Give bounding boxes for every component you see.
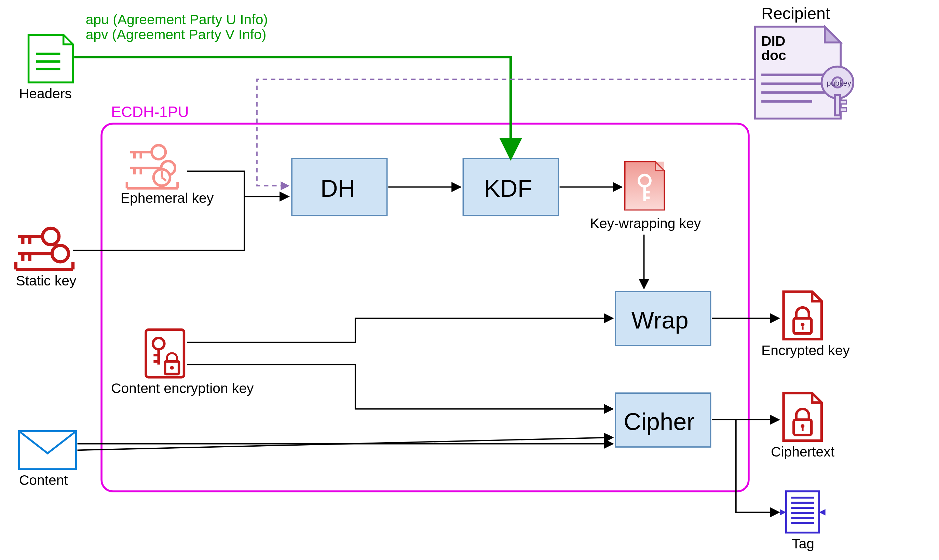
kwk-label: Key-wrapping key <box>590 215 701 231</box>
svg-point-29 <box>42 228 59 245</box>
encrypted-key-icon <box>783 292 822 339</box>
svg-text:pubkey: pubkey <box>826 79 851 88</box>
dh-label: DH <box>321 175 355 202</box>
tag-icon <box>780 491 826 533</box>
headers-label: Headers <box>19 86 72 102</box>
recipient-title: Recipient <box>761 4 830 23</box>
svg-text:DID: DID <box>761 33 785 49</box>
ciphertext-icon <box>783 393 822 440</box>
svg-point-41 <box>153 338 164 349</box>
static-key-icon <box>16 228 73 269</box>
svg-point-53 <box>800 323 804 326</box>
ephemeral-key-icon <box>127 145 178 188</box>
tag-label: Tag <box>792 536 814 551</box>
encrypted-key-label: Encrypted key <box>761 343 850 358</box>
wrap-label: Wrap <box>631 307 688 334</box>
svg-rect-11 <box>835 95 840 115</box>
static-key-label: Static key <box>16 273 77 289</box>
content-icon <box>19 431 76 469</box>
kwk-icon <box>625 162 664 210</box>
svg-point-33 <box>52 246 68 262</box>
apv-label: apv (Agreement Party V Info) <box>86 27 267 42</box>
svg-point-46 <box>170 366 174 369</box>
cipher-to-tag-arrow <box>736 420 779 512</box>
cek-icon <box>146 330 184 377</box>
ecdh-1pu-diagram: ECDH-1PU Headers apu (Agreement Party U … <box>0 0 939 560</box>
ciphertext-label: Ciphertext <box>771 444 835 460</box>
cek-label: Content encryption key <box>111 380 254 396</box>
svg-rect-13 <box>840 108 846 112</box>
cek-to-wrap-arrow <box>187 318 613 343</box>
svg-text:doc: doc <box>761 48 786 63</box>
ecdh-title: ECDH-1PU <box>111 103 189 120</box>
ephemeral-key-label: Ephemeral key <box>120 190 214 206</box>
svg-point-56 <box>800 424 804 428</box>
headers-icon <box>29 35 73 82</box>
cipher-label: Cipher <box>624 408 695 435</box>
kdf-label: KDF <box>484 175 532 202</box>
apu-label: apu (Agreement Party U Info) <box>86 12 268 27</box>
content-label: Content <box>19 472 68 488</box>
svg-rect-12 <box>840 100 846 104</box>
svg-point-15 <box>152 145 166 159</box>
